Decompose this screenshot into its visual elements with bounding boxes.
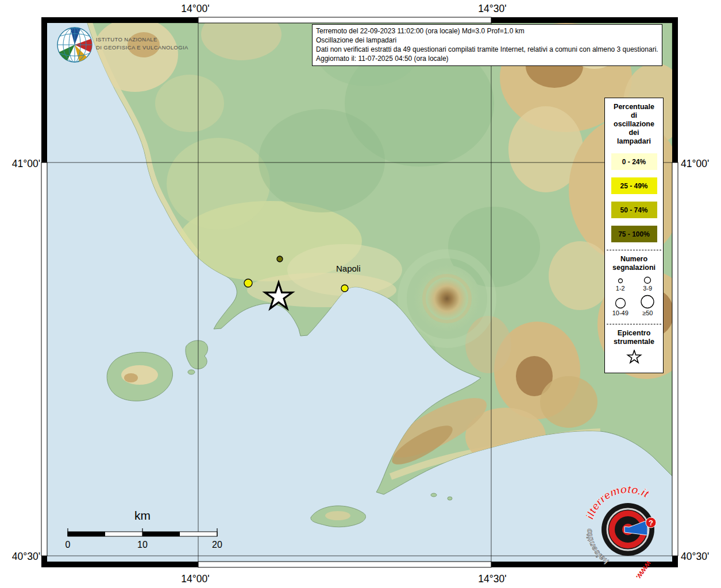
terrain-patch bbox=[540, 376, 597, 428]
scalebar-segment bbox=[142, 532, 180, 536]
scalebar-tick-label: 0 bbox=[65, 540, 71, 550]
scalebar-tick-label: 20 bbox=[212, 540, 222, 550]
data-source-line: Dati non verificati estratti da 49 quest… bbox=[316, 45, 658, 54]
axis-label-lat-north-left: 41°00' bbox=[0, 158, 40, 170]
axis-label-lat-south-right: 40°30' bbox=[681, 551, 709, 563]
scalebar-segment bbox=[68, 532, 105, 536]
frame-segment bbox=[198, 562, 491, 567]
legend-reports-section: Numero segnalazioni 1-2 3-9 10-49 ≥50 bbox=[607, 250, 661, 316]
event-info-box: Terremoto del 22-09-2023 11:02:00 (ora l… bbox=[312, 24, 662, 66]
islet bbox=[431, 493, 437, 497]
legend-class-swatch: 25 - 49% bbox=[611, 177, 657, 194]
terrain-patch bbox=[201, 9, 282, 60]
question-mark: ? bbox=[649, 519, 653, 527]
report-size-label: 3-9 bbox=[643, 285, 652, 292]
legend-reports-title: Numero segnalazioni bbox=[607, 255, 661, 272]
legend-class-swatch: 50 - 74% bbox=[611, 202, 657, 218]
felt-report-dot bbox=[244, 279, 252, 287]
terrain-patch bbox=[167, 138, 270, 230]
ingv-name-line2: DI GEOFISICA E VULCANOLOGIA bbox=[96, 44, 188, 51]
map-terrain bbox=[47, 9, 695, 562]
frame-segment bbox=[491, 17, 678, 23]
felt-report-dot bbox=[277, 256, 283, 262]
earthquake-intensity-map: ? ilterremoto.it haisentito www. 14°00' … bbox=[0, 0, 721, 588]
event-summary-line: Terremoto del 22-09-2023 11:02:00 (ora l… bbox=[316, 26, 658, 36]
report-size-label: 10-49 bbox=[612, 310, 629, 316]
report-size-icon bbox=[614, 297, 627, 309]
axis-label-lon-west-bottom: 14°00' bbox=[181, 573, 209, 585]
legend-epicenter-title: Epicentro strumentale bbox=[607, 329, 661, 346]
frame-segment bbox=[41, 562, 198, 567]
report-size-item: ≥50 bbox=[634, 295, 662, 316]
frame-segment bbox=[198, 17, 491, 23]
frame-segment bbox=[41, 17, 47, 163]
ingv-globe-icon bbox=[57, 28, 92, 62]
legend-class-swatch: 75 - 100% bbox=[611, 226, 657, 242]
felt-report-dot bbox=[341, 285, 348, 292]
report-size-item: 1-2 bbox=[607, 276, 634, 292]
last-updated-line: Aggiornato il: 11-07-2025 04:50 (ora loc… bbox=[316, 54, 658, 63]
report-size-item: 3-9 bbox=[634, 276, 662, 292]
frame-segment bbox=[672, 17, 678, 163]
map-quantity-line: Oscillazione dei lampadari bbox=[316, 36, 658, 45]
axis-label-lon-east-top: 14°30' bbox=[478, 3, 506, 15]
axis-label-lat-south-left: 40°30' bbox=[0, 551, 40, 563]
report-size-label: 1-2 bbox=[616, 285, 625, 292]
axis-label-lon-east-bottom: 14°30' bbox=[478, 573, 506, 585]
terrain-patch bbox=[155, 75, 224, 132]
frame-segment bbox=[41, 163, 47, 556]
legend-box: Percentuale di oscillazione dei lampadar… bbox=[604, 98, 664, 373]
epicenter-star-icon bbox=[626, 350, 643, 365]
report-size-icon bbox=[641, 276, 654, 284]
island-vivara bbox=[188, 370, 195, 374]
legend-class-swatch: 0 - 24% bbox=[611, 153, 657, 170]
report-size-icon bbox=[640, 295, 655, 309]
legend-epicenter-section: Epicentro strumentale bbox=[607, 324, 661, 367]
axis-label-lat-north-right: 41°00' bbox=[681, 158, 709, 170]
terrain-patch bbox=[549, 241, 612, 310]
frame-segment bbox=[41, 17, 198, 23]
terrain-patch bbox=[325, 511, 350, 520]
axis-label-lon-west-top: 14°00' bbox=[181, 3, 209, 15]
frame-segment bbox=[672, 163, 678, 556]
scalebar-unit-label: km bbox=[134, 509, 151, 523]
terrain-patch bbox=[124, 373, 138, 382]
report-size-icon bbox=[614, 277, 627, 284]
city-label-napoli: Napoli bbox=[336, 264, 361, 273]
legend-title: Percentuale di oscillazione dei lampadar… bbox=[611, 103, 657, 146]
report-size-label: ≥50 bbox=[642, 310, 653, 316]
islet bbox=[448, 497, 452, 500]
ingv-name-line1: ISTITUTO NAZIONALE bbox=[96, 36, 157, 42]
scalebar-tick-label: 10 bbox=[137, 540, 148, 550]
report-size-item: 10-49 bbox=[607, 295, 634, 316]
